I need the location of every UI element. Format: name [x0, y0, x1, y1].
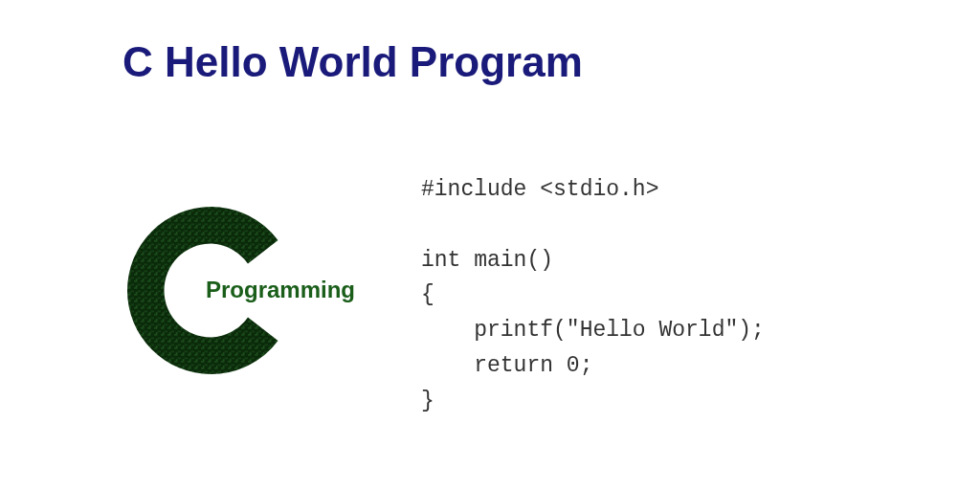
code-line: return 0; [421, 353, 592, 378]
page-title: C Hello World Program [122, 38, 583, 86]
code-line: { [421, 282, 434, 307]
content-row: Programming #include <stdio.h> int main(… [0, 163, 980, 419]
logo-label: Programming [206, 277, 355, 303]
code-line: } [421, 389, 434, 413]
code-line: int main() [421, 248, 553, 273]
code-line: #include <stdio.h> [421, 177, 658, 202]
logo-area: Programming [0, 176, 421, 406]
code-block: #include <stdio.h> int main() { printf("… [421, 163, 765, 419]
code-line: printf("Hello World"); [421, 318, 765, 343]
